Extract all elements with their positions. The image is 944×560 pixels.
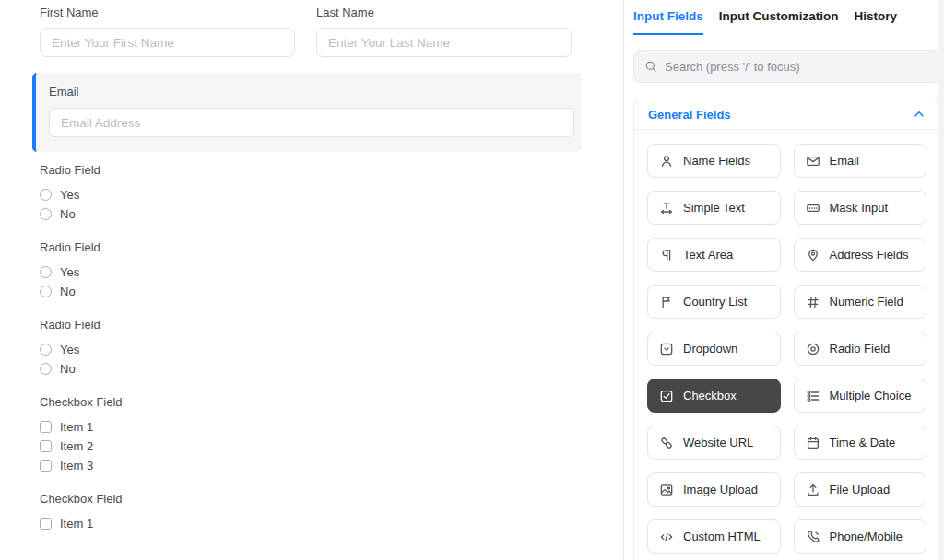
flag-icon <box>659 295 674 309</box>
field-button-dropdown[interactable]: Dropdown <box>647 332 781 366</box>
field-buttons-grid: Name FieldsEmailSimple TextMask InputTex… <box>634 130 939 560</box>
option-label: Item 1 <box>60 517 93 531</box>
field-button-address-fields[interactable]: Address Fields <box>794 238 927 272</box>
tab-input-customization[interactable]: Input Customization <box>719 9 839 35</box>
general-fields-header[interactable]: General Fields <box>634 99 939 130</box>
email-field-selected[interactable]: Email <box>32 73 582 152</box>
general-fields-section: General Fields Name FieldsEmailSimple Te… <box>633 99 940 560</box>
image-icon <box>659 483 674 497</box>
field-button-label: Website URL <box>683 436 753 449</box>
first-name-input[interactable] <box>40 28 295 57</box>
field-button-label: Name Fields <box>683 154 750 168</box>
last-name-input[interactable] <box>316 28 572 57</box>
upload-icon <box>806 483 820 497</box>
field-button-image-upload[interactable]: Image Upload <box>647 472 781 507</box>
form-builder-app: First Name Last Name Email Radio FieldYe… <box>0 0 944 560</box>
option-label: No <box>60 362 76 376</box>
option-label: Yes <box>60 265 79 279</box>
group-label: Radio Field <box>40 240 623 254</box>
radio-option[interactable]: Yes <box>40 188 623 201</box>
field-button-label: Custom HTML <box>683 530 761 543</box>
last-name-label: Last Name <box>316 6 572 19</box>
field-button-label: Radio Field <box>830 342 891 356</box>
radio-option[interactable]: No <box>40 285 623 298</box>
field-button-numeric-field[interactable]: Numeric Field <box>794 285 927 319</box>
tab-history[interactable]: History <box>854 9 897 35</box>
field-button-mask-input[interactable]: Mask Input <box>794 191 927 225</box>
radio-button[interactable] <box>40 363 52 375</box>
field-button-label: Multiple Choice <box>830 389 912 402</box>
field-button-name-fields[interactable]: Name Fields <box>647 144 781 178</box>
option-label: Item 1 <box>60 420 93 434</box>
field-button-label: Country List <box>683 295 747 309</box>
radio-button[interactable] <box>40 208 52 220</box>
radio-button[interactable] <box>40 189 52 201</box>
radio-field-group: Radio FieldYesNo <box>40 163 623 220</box>
first-name-label: First Name <box>40 6 295 19</box>
checkbox-input[interactable] <box>40 518 52 530</box>
multiple-choice-icon <box>806 389 820 403</box>
checkbox-input[interactable] <box>40 440 52 452</box>
form-preview-area: First Name Last Name Email Radio FieldYe… <box>0 0 623 560</box>
field-button-label: File Upload <box>830 483 891 496</box>
checkbox-field-group: Checkbox FieldItem 1 <box>40 492 623 530</box>
radio-option[interactable]: Yes <box>40 343 623 356</box>
field-button-website-url[interactable]: Website URL <box>647 426 781 460</box>
radio-option[interactable]: Yes <box>40 265 623 278</box>
group-label: Checkbox Field <box>40 395 623 409</box>
panel-scrollbar[interactable] <box>938 0 944 560</box>
field-button-email[interactable]: Email <box>794 144 927 178</box>
checkbox-option[interactable]: Item 1 <box>40 420 623 433</box>
group-label: Checkbox Field <box>40 492 623 506</box>
email-icon <box>806 154 820 169</box>
field-button-simple-text[interactable]: Simple Text <box>647 191 781 225</box>
field-button-multiple-choice[interactable]: Multiple Choice <box>794 379 927 413</box>
field-button-time-date[interactable]: Time & Date <box>794 426 927 460</box>
option-label: Item 2 <box>60 439 93 453</box>
section-title: General Fields <box>648 108 731 122</box>
option-label: Yes <box>60 343 79 356</box>
sidebar-tabs: Input FieldsInput CustomizationHistory <box>633 9 944 35</box>
chevron-up-icon[interactable] <box>913 108 926 121</box>
email-label: Email <box>49 85 571 99</box>
last-name-field[interactable]: Last Name <box>316 6 572 57</box>
hash-icon <box>806 295 820 309</box>
radio-button[interactable] <box>40 286 52 298</box>
field-button-label: Numeric Field <box>830 295 903 309</box>
field-button-label: Address Fields <box>830 248 909 262</box>
text-width-icon <box>659 201 674 216</box>
field-button-label: Time & Date <box>830 436 896 449</box>
field-button-phone-mobile[interactable]: Phone/Mobile <box>794 519 927 554</box>
radio-icon <box>806 342 820 356</box>
search-box[interactable] <box>633 50 940 83</box>
field-button-text-area[interactable]: Text Area <box>647 238 781 272</box>
mask-input-icon <box>806 201 820 216</box>
search-icon <box>644 60 657 73</box>
checkbox-option[interactable]: Item 2 <box>40 439 623 452</box>
checkbox-option[interactable]: Item 1 <box>40 517 623 530</box>
field-button-custom-html[interactable]: Custom HTML <box>647 519 781 554</box>
checkbox-option[interactable]: Item 3 <box>40 459 623 472</box>
radio-option[interactable]: No <box>40 362 623 375</box>
checkbox-field-group: Checkbox FieldItem 1Item 2Item 3 <box>40 395 623 472</box>
group-label: Radio Field <box>40 163 623 177</box>
first-name-field[interactable]: First Name <box>40 6 295 57</box>
checkbox-input[interactable] <box>40 421 52 433</box>
email-input[interactable] <box>49 108 574 137</box>
checkbox-input[interactable] <box>40 460 52 472</box>
field-button-checkbox[interactable]: Checkbox <box>647 379 781 413</box>
field-button-country-list[interactable]: Country List <box>647 285 781 319</box>
search-input[interactable] <box>665 60 929 74</box>
tab-input-fields[interactable]: Input Fields <box>633 9 703 35</box>
field-button-label: Dropdown <box>683 342 738 356</box>
radio-button[interactable] <box>40 266 52 278</box>
field-button-file-upload[interactable]: File Upload <box>794 472 927 507</box>
option-label: Item 3 <box>60 459 93 472</box>
radio-option[interactable]: No <box>40 207 623 220</box>
code-icon <box>659 530 674 544</box>
field-button-radio-field[interactable]: Radio Field <box>794 332 927 366</box>
radio-button[interactable] <box>40 344 52 356</box>
field-button-label: Text Area <box>683 248 733 262</box>
group-label: Radio Field <box>40 318 623 332</box>
field-button-label: Image Upload <box>683 483 758 496</box>
